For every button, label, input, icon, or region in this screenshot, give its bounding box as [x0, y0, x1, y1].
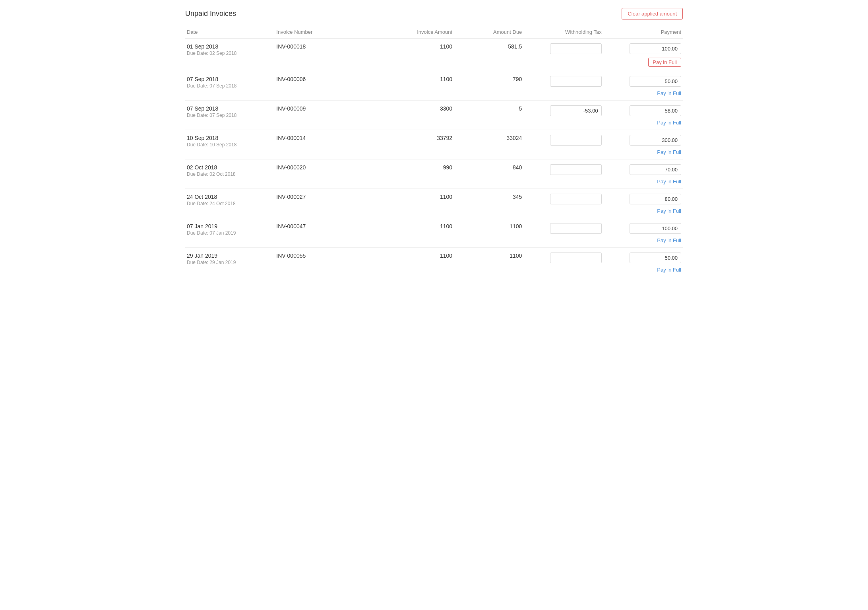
invoice-date-cell: 29 Jan 2019 Due Date: 29 Jan 2019	[185, 248, 275, 266]
invoice-due-date: Due Date: 10 Sep 2018	[187, 142, 273, 148]
invoice-date: 24 Oct 2018	[187, 194, 273, 200]
table-row: 07 Jan 2019 Due Date: 07 Jan 2019 INV-00…	[185, 218, 683, 237]
invoice-amount: 1100	[440, 253, 452, 259]
invoice-date: 07 Sep 2018	[187, 76, 273, 82]
invoice-date-cell: 01 Sep 2018 Due Date: 02 Sep 2018	[185, 39, 275, 57]
pay-in-full-cell: Pay in Full	[603, 89, 683, 100]
payment-input[interactable]	[630, 105, 681, 116]
invoice-date: 02 Oct 2018	[187, 164, 273, 171]
invoice-due-date: Due Date: 02 Sep 2018	[187, 51, 273, 56]
withholding-tax-cell	[523, 189, 603, 208]
payment-input[interactable]	[630, 43, 681, 54]
pay-in-full-link[interactable]: Pay in Full	[657, 208, 681, 214]
amount-due-cell: 581.5	[454, 39, 523, 57]
pay-in-full-link[interactable]: Pay in Full	[657, 149, 681, 155]
invoice-due-date: Due Date: 07 Sep 2018	[187, 113, 273, 118]
invoice-amount-cell: 1100	[364, 248, 454, 266]
invoice-date: 01 Sep 2018	[187, 43, 273, 50]
table-row: 10 Sep 2018 Due Date: 10 Sep 2018 INV-00…	[185, 130, 683, 149]
table-row: 24 Oct 2018 Due Date: 24 Oct 2018 INV-00…	[185, 189, 683, 208]
pay-in-full-spacer	[185, 119, 603, 130]
table-row-sub: Pay in Full	[185, 178, 683, 188]
pay-in-full-spacer	[185, 266, 603, 277]
pay-in-full-link[interactable]: Pay in Full	[657, 120, 681, 126]
withholding-tax-input[interactable]	[550, 194, 602, 204]
invoices-table: Date Invoice Number Invoice Amount Amoun…	[185, 26, 683, 277]
payment-cell	[603, 189, 683, 208]
table-row-sub: Pay in Full	[185, 119, 683, 130]
amount-due-cell: 33024	[454, 130, 523, 149]
table-row-sub: Pay in Full	[185, 266, 683, 277]
invoice-due-date: Due Date: 24 Oct 2018	[187, 201, 273, 206]
amount-due-cell: 345	[454, 189, 523, 208]
page-title: Unpaid Invoices	[185, 10, 236, 18]
withholding-tax-input[interactable]	[550, 105, 602, 116]
pay-in-full-link[interactable]: Pay in Full	[657, 267, 681, 273]
amount-due: 5	[519, 105, 522, 112]
invoice-due-date: Due Date: 07 Jan 2019	[187, 230, 273, 236]
invoice-amount-cell: 3300	[364, 101, 454, 119]
invoice-number-cell: INV-000009	[275, 101, 364, 119]
pay-in-full-cell: Pay in Full	[603, 207, 683, 218]
invoice-due-date: Due Date: 07 Sep 2018	[187, 83, 273, 89]
invoice-amount: 3300	[440, 105, 452, 112]
clear-applied-amount-button[interactable]: Clear applied amount	[622, 8, 683, 19]
invoice-number-cell: INV-000055	[275, 248, 364, 266]
pay-in-full-spacer	[185, 178, 603, 188]
withholding-tax-input[interactable]	[550, 135, 602, 146]
payment-cell	[603, 218, 683, 237]
table-row: 01 Sep 2018 Due Date: 02 Sep 2018 INV-00…	[185, 39, 683, 57]
withholding-tax-input[interactable]	[550, 43, 602, 54]
pay-in-full-cell: Pay in Full	[603, 57, 683, 71]
withholding-tax-input[interactable]	[550, 164, 602, 175]
invoice-due-date: Due Date: 29 Jan 2019	[187, 260, 273, 265]
invoice-date: 07 Jan 2019	[187, 223, 273, 229]
payment-input[interactable]	[630, 164, 681, 175]
payment-input[interactable]	[630, 76, 681, 87]
pay-in-full-link[interactable]: Pay in Full	[657, 179, 681, 185]
payment-cell	[603, 159, 683, 178]
withholding-tax-input[interactable]	[550, 76, 602, 87]
pay-in-full-link[interactable]: Pay in Full	[657, 90, 681, 96]
payment-input[interactable]	[630, 253, 681, 263]
invoice-due-date: Due Date: 02 Oct 2018	[187, 171, 273, 177]
pay-in-full-cell: Pay in Full	[603, 237, 683, 247]
invoice-date-cell: 24 Oct 2018 Due Date: 24 Oct 2018	[185, 189, 275, 208]
payment-input[interactable]	[630, 194, 681, 204]
invoice-amount-cell: 1100	[364, 71, 454, 90]
payment-cell	[603, 71, 683, 90]
table-row-sub: Pay in Full	[185, 237, 683, 247]
col-header-withholding-tax: Withholding Tax	[523, 26, 603, 39]
pay-in-full-link[interactable]: Pay in Full	[657, 237, 681, 243]
pay-in-full-cell: Pay in Full	[603, 266, 683, 277]
table-row: 07 Sep 2018 Due Date: 07 Sep 2018 INV-00…	[185, 101, 683, 119]
invoice-amount: 1100	[440, 194, 452, 200]
amount-due: 840	[513, 164, 522, 171]
invoice-number-cell: INV-000006	[275, 71, 364, 90]
col-header-amount-due: Amount Due	[454, 26, 523, 39]
withholding-tax-cell	[523, 218, 603, 237]
payment-input[interactable]	[630, 223, 681, 234]
invoice-number: INV-000027	[276, 194, 306, 200]
invoice-number-cell: INV-000027	[275, 189, 364, 208]
amount-due: 345	[513, 194, 522, 200]
invoice-number-cell: INV-000014	[275, 130, 364, 149]
invoice-amount: 990	[443, 164, 452, 171]
amount-due: 581.5	[508, 43, 522, 50]
invoice-amount: 33792	[437, 135, 452, 141]
pay-in-full-spacer	[185, 57, 603, 71]
invoice-date-cell: 07 Sep 2018 Due Date: 07 Sep 2018	[185, 101, 275, 119]
pay-in-full-cell: Pay in Full	[603, 119, 683, 130]
pay-in-full-link[interactable]: Pay in Full	[648, 58, 681, 67]
payment-input[interactable]	[630, 135, 681, 146]
withholding-tax-input[interactable]	[550, 223, 602, 234]
withholding-tax-input[interactable]	[550, 253, 602, 263]
invoice-date: 10 Sep 2018	[187, 135, 273, 141]
invoice-amount-cell: 1100	[364, 39, 454, 57]
invoice-amount-cell: 33792	[364, 130, 454, 149]
pay-in-full-cell: Pay in Full	[603, 178, 683, 188]
table-row: 07 Sep 2018 Due Date: 07 Sep 2018 INV-00…	[185, 71, 683, 90]
withholding-tax-cell	[523, 130, 603, 149]
invoice-number: INV-000014	[276, 135, 306, 141]
payment-cell	[603, 130, 683, 149]
